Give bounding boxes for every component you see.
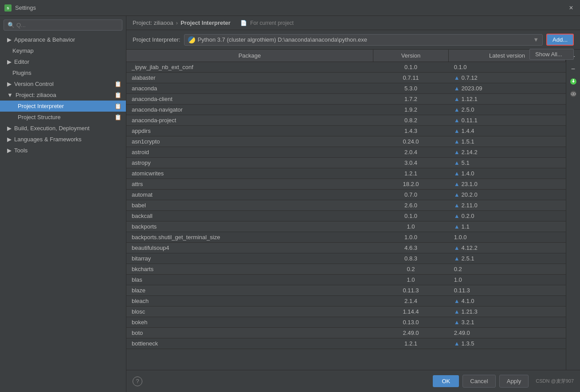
package-latest: ▲5.1 [449, 158, 566, 168]
table-row[interactable]: alabaster0.7.11▲0.7.12 [126, 73, 566, 83]
package-name: blaze [126, 285, 373, 296]
close-button[interactable]: × [567, 4, 576, 12]
package-latest: ▲1.4.0 [449, 168, 566, 179]
package-version: 2.0.4 [373, 147, 448, 158]
table-row[interactable]: backports.shutil_get_terminal_size1.0.01… [126, 232, 566, 243]
cancel-button[interactable]: Cancel [462, 375, 495, 388]
package-version: 0.1.0 [373, 211, 448, 221]
svg-point-7 [572, 93, 574, 95]
package-version: 0.24.0 [373, 136, 448, 147]
sidebar-item-vc-label: Version Control [14, 81, 54, 87]
package-latest: ▲0.7.12 [449, 73, 566, 83]
sidebar-item-plugins-label: Plugins [12, 70, 31, 76]
sidebar-item-plugins[interactable]: Plugins [0, 67, 126, 78]
package-latest: ▲1.5.1 [449, 136, 566, 147]
package-latest: ▲1.21.3 [449, 307, 566, 317]
copy-icon-4: 📋 [114, 114, 121, 120]
table-row[interactable]: bokeh0.13.0▲3.2.1 [126, 317, 566, 328]
package-name: astroid [126, 147, 373, 158]
sidebar-item-tools[interactable]: ▶ Tools [0, 145, 126, 156]
package-version: 1.7.2 [373, 94, 448, 105]
table-row[interactable]: anaconda-client1.7.2▲1.12.1 [126, 94, 566, 105]
chevron-right-icon-5: ▶ [7, 136, 12, 143]
table-row[interactable]: anaconda-project0.8.2▲0.11.1 [126, 115, 566, 126]
package-latest: ▲1.1 [449, 221, 566, 232]
table-row[interactable]: blas1.01.0 [126, 275, 566, 285]
search-input[interactable] [16, 22, 118, 28]
package-version: 0.8.2 [373, 115, 448, 126]
table-row[interactable]: boto2.49.02.49.0 [126, 328, 566, 338]
sidebar-item-languages[interactable]: ▶ Languages & Frameworks [0, 134, 126, 145]
package-name: backcall [126, 211, 373, 221]
search-box[interactable]: 🔍 [4, 19, 122, 31]
table-row[interactable]: bottleneck1.2.1▲1.3.5 [126, 338, 566, 349]
package-version: 1.14.4 [373, 307, 448, 317]
table-row[interactable]: attrs18.2.0▲23.1.0 [126, 179, 566, 190]
table-row[interactable]: _ipyw_jlab_nb_ext_conf0.1.00.1.0 [126, 62, 566, 73]
package-name: _ipyw_jlab_nb_ext_conf [126, 62, 373, 73]
package-latest: 0.2 [449, 264, 566, 275]
sidebar-item-version-control[interactable]: ▶ Version Control 📋 [0, 78, 126, 89]
table-row[interactable]: beautifulsoup44.6.3▲4.12.2 [126, 243, 566, 253]
sidebar-item-editor[interactable]: ▶ Editor [0, 56, 126, 67]
settings-dialog: S Settings × 🔍 ▶ Appearance & Behavior K… [0, 0, 580, 392]
package-name: anaconda [126, 83, 373, 94]
table-row[interactable]: asn1crypto0.24.0▲1.5.1 [126, 136, 566, 147]
packages-area: Package Version Latest version _ipyw_jla… [126, 50, 580, 370]
table-row[interactable]: anaconda-navigator1.9.2▲2.5.0 [126, 105, 566, 115]
table-row[interactable]: astroid2.0.4▲2.14.2 [126, 147, 566, 158]
table-row[interactable]: bitarray0.8.3▲2.5.1 [126, 253, 566, 264]
sidebar-item-project-interpreter[interactable]: Project Interpreter 📋 [0, 101, 126, 112]
table-row[interactable]: bkcharts0.20.2 [126, 264, 566, 275]
package-latest: ▲4.12.2 [449, 243, 566, 253]
package-latest: ▲2.5.0 [449, 105, 566, 115]
package-version: 4.6.3 [373, 243, 448, 253]
sidebar-item-project[interactable]: ▼ Project: ziliaooa 📋 [0, 89, 126, 101]
package-latest: ▲3.2.1 [449, 317, 566, 328]
package-name: asn1crypto [126, 136, 373, 147]
chevron-right-icon: ▶ [7, 36, 12, 43]
sidebar-item-keymap[interactable]: Keymap [0, 45, 126, 56]
show-all-item[interactable]: Show All... [530, 49, 573, 59]
remove-package-button[interactable]: − [568, 64, 579, 74]
table-row[interactable]: backports1.0▲1.1 [126, 221, 566, 232]
sidebar-item-project-label: Project: ziliaooa [16, 92, 56, 98]
table-row[interactable]: backcall0.1.0▲0.2.0 [126, 211, 566, 221]
ok-button[interactable]: OK [433, 375, 459, 387]
apply-button[interactable]: Apply [499, 375, 529, 388]
install-package-button[interactable] [568, 76, 579, 87]
table-row[interactable]: automat0.7.0▲20.2.0 [126, 190, 566, 200]
sidebar-item-tools-label: Tools [14, 147, 27, 154]
package-name: alabaster [126, 73, 373, 83]
table-row[interactable]: babel2.6.0▲2.11.0 [126, 200, 566, 211]
package-latest: ▲1.4.4 [449, 126, 566, 136]
table-header-row: Package Version Latest version [126, 50, 566, 62]
eye-button[interactable] [568, 89, 579, 99]
package-version: 2.1.4 [373, 296, 448, 307]
table-row[interactable]: blosc1.14.4▲1.21.3 [126, 307, 566, 317]
package-name: bkcharts [126, 264, 373, 275]
sidebar-item-build[interactable]: ▶ Build, Execution, Deployment [0, 123, 126, 134]
bottom-bar: ? OK Cancel Apply CSDN @麦芽907 [126, 370, 580, 392]
sidebar-item-project-structure[interactable]: Project Structure 📋 [0, 112, 126, 123]
package-version: 1.0 [373, 275, 448, 285]
interpreter-label: Project Interpreter: [133, 36, 180, 43]
package-name: atomicwrites [126, 168, 373, 179]
packages-table: Package Version Latest version _ipyw_jla… [126, 50, 566, 349]
table-row[interactable]: blaze0.11.30.11.3 [126, 285, 566, 296]
table-row[interactable]: astropy3.0.4▲5.1 [126, 158, 566, 168]
package-name: attrs [126, 179, 373, 190]
package-version: 1.9.2 [373, 105, 448, 115]
interpreter-select[interactable]: Python 3.7 (cluster algrothiem) D:\anaco… [184, 34, 543, 46]
package-version: 0.1.0 [373, 62, 448, 73]
table-row[interactable]: anaconda5.3.0▲2023.09 [126, 83, 566, 94]
table-row[interactable]: bleach2.1.4▲4.1.0 [126, 296, 566, 307]
table-row[interactable]: atomicwrites1.2.1▲1.4.0 [126, 168, 566, 179]
help-button[interactable]: ? [133, 376, 142, 386]
sidebar-item-appearance[interactable]: ▶ Appearance & Behavior [0, 34, 126, 45]
interpreter-value: Python 3.7 (cluster algrothiem) D:\anaco… [198, 36, 531, 43]
add-button[interactable]: Add... [546, 34, 574, 46]
chevron-down-icon: ▼ [7, 92, 13, 98]
table-row[interactable]: appdirs1.4.3▲1.4.4 [126, 126, 566, 136]
package-version: 3.0.4 [373, 158, 448, 168]
